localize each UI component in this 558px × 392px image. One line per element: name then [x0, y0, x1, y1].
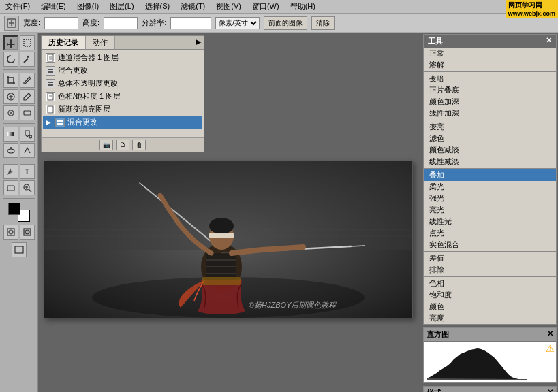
screen-mode[interactable] — [12, 242, 27, 257]
heal-tool[interactable] — [3, 89, 18, 104]
blend-color-dodge[interactable]: 颜色减淡 — [424, 144, 556, 156]
canvas-frame: ©扬HJZBOY后期调色教程 — [44, 161, 413, 318]
blend-linear-light[interactable]: 线性光 — [424, 216, 556, 227]
tab-history[interactable]: 历史记录 — [42, 36, 86, 49]
histogram-title: 直方图 — [427, 329, 449, 340]
blend-hue[interactable]: 色相 — [424, 278, 556, 289]
front-image-button[interactable]: 前面的图像 — [264, 16, 307, 30]
quick-mask-off[interactable] — [3, 225, 18, 240]
center-area: 历史记录 动作 ▶ 通道混合器 1 图层 混合更改 — [38, 33, 422, 392]
move-tool[interactable] — [3, 35, 18, 50]
history-list: 通道混合器 1 图层 混合更改 总体不透明度更改 色相/饱和度 — [42, 50, 204, 137]
history-item-1[interactable]: 混合更改 — [43, 64, 202, 77]
menu-help[interactable]: 帮助(H) — [288, 1, 318, 12]
blend-darken[interactable]: 变暗 — [424, 73, 556, 84]
blend-exclusion[interactable]: 排除 — [424, 264, 556, 276]
menu-filter[interactable]: 滤镜(T) — [178, 1, 208, 12]
menu-view[interactable]: 视图(V) — [213, 1, 244, 12]
menu-file[interactable]: 文件(F) — [3, 1, 33, 12]
gradient-tool[interactable] — [3, 127, 18, 142]
history-arrow-icon: ▶ — [46, 118, 51, 126]
pen-tool[interactable] — [20, 143, 35, 158]
shape-tool[interactable] — [3, 180, 18, 195]
tab-actions[interactable]: 动作 — [86, 36, 115, 49]
panel-menu-btn[interactable]: ▶ — [193, 36, 204, 49]
height-input[interactable] — [104, 17, 138, 29]
history-icon-5 — [55, 118, 65, 127]
svg-point-11 — [10, 112, 12, 114]
height-label: 高度: — [82, 18, 99, 28]
menu-image[interactable]: 图像(I) — [74, 1, 102, 12]
blend-soft-light[interactable]: 柔光 — [424, 181, 556, 193]
brush-tool[interactable] — [20, 89, 35, 104]
blend-mode-panel: 工具 ✕ 正常 溶解 变暗 正片叠底 颜色加深 线性加深 变亮 滤色 颜色减淡 … — [423, 34, 557, 325]
new-document-btn[interactable]: 🗋 — [116, 140, 129, 150]
style-panel-header: 样式 ✕ — [424, 387, 556, 392]
blend-linear-dodge[interactable]: 线性减淡 — [424, 156, 556, 167]
history-item-4[interactable]: 新渐变填充图层 — [43, 103, 202, 116]
paint-bucket-tool[interactable] — [20, 127, 35, 142]
histogram-close[interactable]: ✕ — [547, 329, 553, 340]
eraser-tool[interactable] — [20, 105, 35, 120]
new-snapshot-btn[interactable]: 📷 — [99, 140, 113, 150]
svg-rect-17 — [7, 186, 14, 191]
clear-button[interactable]: 清除 — [311, 16, 335, 30]
blend-multiply[interactable]: 正片叠底 — [424, 84, 556, 96]
svg-rect-51 — [209, 233, 234, 238]
blend-linear-burn[interactable]: 线性加深 — [424, 108, 556, 119]
blend-hard-mix[interactable]: 实色混合 — [424, 239, 556, 250]
width-input[interactable] — [44, 17, 78, 29]
path-selection-tool[interactable] — [3, 164, 18, 179]
blend-overlay[interactable]: 叠加 — [424, 169, 556, 181]
left-toolbar: T — [0, 33, 38, 392]
blend-vivid-light[interactable]: 亮光 — [424, 204, 556, 216]
clone-tool[interactable] — [3, 105, 18, 120]
eyedropper-tool[interactable] — [20, 73, 35, 88]
tool-icon — [4, 16, 19, 31]
width-label: 宽度: — [23, 18, 40, 28]
marquee-tool[interactable] — [20, 35, 35, 50]
blend-pin-light[interactable]: 点光 — [424, 227, 556, 239]
menu-window[interactable]: 窗口(W) — [249, 1, 282, 12]
delete-state-btn[interactable]: 🗑 — [132, 140, 146, 150]
blend-lighten[interactable]: 变亮 — [424, 121, 556, 133]
blend-dissolve[interactable]: 溶解 — [424, 59, 556, 71]
zoom-tool[interactable] — [20, 180, 35, 195]
crop-tool[interactable] — [3, 73, 18, 88]
blend-saturation[interactable]: 饱和度 — [424, 289, 556, 301]
blend-difference[interactable]: 差值 — [424, 252, 556, 264]
history-item-2[interactable]: 总体不透明度更改 — [43, 77, 202, 90]
svg-line-41 — [351, 246, 365, 246]
lasso-tool[interactable] — [3, 52, 18, 67]
blend-normal[interactable]: 正常 — [424, 48, 556, 59]
foreground-color-swatch[interactable] — [8, 203, 20, 215]
menu-edit[interactable]: 编辑(E) — [38, 1, 69, 12]
style-panel-close[interactable]: ✕ — [547, 388, 553, 392]
history-panel-tabs: 历史记录 动作 ▶ — [42, 36, 204, 50]
resolution-label: 分辨率: — [142, 18, 166, 28]
blend-mode-close[interactable]: ✕ — [546, 36, 552, 46]
history-item-0[interactable]: 通道混合器 1 图层 — [43, 51, 202, 64]
resolution-unit[interactable]: 像素/英寸 — [215, 17, 260, 29]
quick-mask-on[interactable] — [20, 225, 35, 240]
blend-luminosity[interactable]: 亮度 — [424, 312, 556, 324]
site-watermark: 网页学习网 www.webjx.com — [506, 0, 558, 18]
history-item-3[interactable]: 色相/饱和度 1 图层 — [43, 90, 202, 103]
svg-point-14 — [29, 135, 32, 138]
menu-select[interactable]: 选择(S) — [142, 1, 173, 12]
svg-point-15 — [7, 149, 14, 153]
resolution-input[interactable] — [170, 17, 211, 29]
blend-screen[interactable]: 滤色 — [424, 133, 556, 144]
canvas-image: ©扬HJZBOY后期调色教程 — [44, 161, 412, 318]
canvas-area: ©扬HJZBOY后期调色教程 — [38, 155, 422, 392]
history-item-5[interactable]: ▶ 混合更改 — [43, 116, 202, 129]
history-icon-0 — [46, 53, 55, 63]
blend-hard-light[interactable]: 强光 — [424, 193, 556, 204]
blend-color[interactable]: 颜色 — [424, 301, 556, 312]
menu-layer[interactable]: 图层(L) — [107, 1, 136, 12]
dodge-tool[interactable] — [3, 143, 18, 158]
type-tool[interactable]: T — [20, 164, 35, 179]
blend-color-burn[interactable]: 颜色加深 — [424, 96, 556, 108]
svg-rect-34 — [48, 106, 53, 113]
magic-wand-tool[interactable] — [20, 52, 35, 67]
